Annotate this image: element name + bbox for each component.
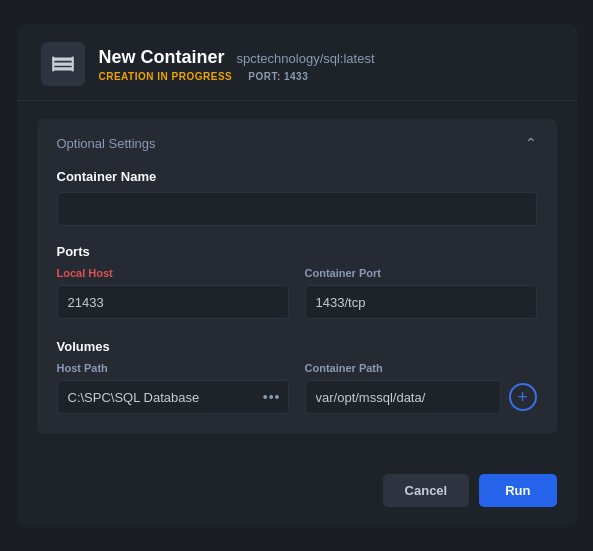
svg-rect-0 <box>53 58 73 61</box>
port-info: PORT: 1433 <box>248 71 308 82</box>
container-name-input[interactable] <box>57 192 537 226</box>
header-text: New Container spctechnology/sql:latest C… <box>99 47 375 82</box>
container-path-label: Container Path <box>305 362 537 374</box>
container-image: spctechnology/sql:latest <box>237 51 375 66</box>
host-path-label: Host Path <box>57 362 289 374</box>
run-button[interactable]: Run <box>479 474 556 507</box>
container-path-wrapper: + <box>305 380 537 414</box>
collapse-icon[interactable]: ⌃ <box>525 135 537 151</box>
svg-rect-3 <box>52 56 54 71</box>
container-name-field: Container Name <box>57 169 537 226</box>
ports-grid: Local Host 21433 Container Port 1433/tcp <box>57 267 537 319</box>
container-port-field: Container Port 1433/tcp <box>305 267 537 319</box>
dialog-header: New Container spctechnology/sql:latest C… <box>17 24 577 101</box>
volumes-label: Volumes <box>57 339 537 354</box>
host-path-wrapper: ••• <box>57 380 289 414</box>
local-host-value: 21433 <box>57 285 289 319</box>
dialog-body: Optional Settings ⌃ Container Name Ports… <box>17 101 577 470</box>
dialog-footer: Cancel Run <box>17 470 577 527</box>
section-header: Optional Settings ⌃ <box>57 135 537 151</box>
host-path-field: Host Path ••• <box>57 362 289 414</box>
local-host-label: Local Host <box>57 267 289 279</box>
optional-settings-panel: Optional Settings ⌃ Container Name Ports… <box>37 119 557 434</box>
cancel-button[interactable]: Cancel <box>383 474 470 507</box>
host-path-input[interactable] <box>57 380 289 414</box>
volumes-section: Volumes Host Path ••• Container Path <box>57 339 537 414</box>
ports-label: Ports <box>57 244 537 259</box>
container-port-value: 1433/tcp <box>305 285 537 319</box>
container-path-field: Container Path + <box>305 362 537 414</box>
container-icon <box>41 42 85 86</box>
ports-section: Ports Local Host 21433 Container Port 14… <box>57 244 537 319</box>
container-port-label: Container Port <box>305 267 537 279</box>
browse-button[interactable]: ••• <box>263 389 281 405</box>
add-volume-button[interactable]: + <box>509 383 537 411</box>
svg-rect-4 <box>71 56 73 71</box>
header-meta: CREATION IN PROGRESS PORT: 1433 <box>99 71 375 82</box>
new-container-dialog: New Container spctechnology/sql:latest C… <box>17 24 577 527</box>
container-path-input[interactable] <box>305 380 501 414</box>
svg-rect-1 <box>53 62 73 65</box>
svg-rect-2 <box>53 67 73 70</box>
dialog-title: New Container <box>99 47 225 68</box>
container-name-label: Container Name <box>57 169 537 184</box>
local-host-field: Local Host 21433 <box>57 267 289 319</box>
status-badge: CREATION IN PROGRESS <box>99 71 233 82</box>
volumes-grid: Host Path ••• Container Path + <box>57 362 537 414</box>
section-title: Optional Settings <box>57 136 156 151</box>
